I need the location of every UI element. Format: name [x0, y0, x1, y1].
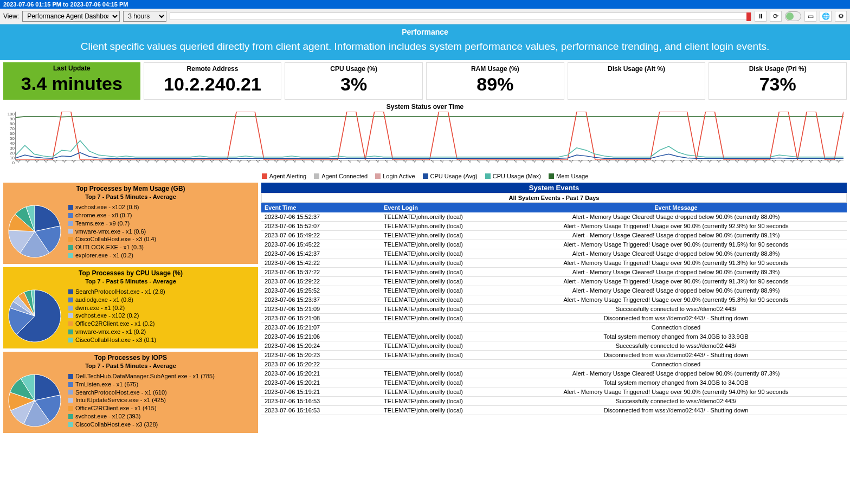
pie-chart	[8, 289, 62, 343]
table-header[interactable]: Event Login	[381, 203, 505, 212]
metric-last-update: Last Update 3.4 minutes	[3, 62, 140, 100]
metric-disk-alt: Disk Usage (Alt %)	[568, 62, 706, 100]
lower-section: Top Processes by Mem Usage (GB) Top 7 - …	[0, 183, 850, 436]
process-item: CiscoCollabHost.exe - x3 (0.4)	[68, 235, 156, 243]
chart-title: System Status over Time	[4, 103, 846, 111]
table-row[interactable]: 2023-07-06 15:19:21TELEMATE\john.oreilly…	[261, 387, 847, 397]
events-table: Event TimeEvent LoginEvent Message 2023-…	[261, 203, 847, 415]
events-subtitle: All System Events - Past 7 Days	[261, 193, 847, 203]
settings-button[interactable]: ⚙	[835, 11, 847, 22]
metric-label: Remote Address	[147, 65, 278, 73]
metric-label: CPU Usage (%)	[288, 65, 419, 73]
metric-label: Disk Usage (Pri %)	[712, 65, 843, 73]
view-select[interactable]: Performance Agent Dashboard	[22, 11, 120, 22]
table-row[interactable]: 2023-07-06 15:20:24TELEMATE\john.oreilly…	[261, 341, 847, 351]
table-row[interactable]: 2023-07-06 15:45:22TELEMATE\john.oreilly…	[261, 240, 847, 249]
table-row[interactable]: 2023-07-06 15:20:21TELEMATE\john.oreilly…	[261, 369, 847, 378]
metric-value: 89%	[430, 74, 561, 95]
toolbar: View: Performance Agent Dashboard 3 hour…	[0, 9, 850, 24]
table-row[interactable]: 2023-07-06 15:21:06TELEMATE\john.oreilly…	[261, 332, 847, 341]
process-item: svchost.exe - x102 (0.2)	[68, 312, 165, 320]
header-banner: Performance Client specific values queri…	[0, 24, 850, 60]
process-item: OfficeC2RClient.exe - x1 (415)	[68, 404, 215, 412]
table-row[interactable]: 2023-07-06 15:25:52TELEMATE\john.oreilly…	[261, 286, 847, 295]
legend-item[interactable]: Agent Alerting	[262, 173, 307, 179]
table-row[interactable]: 2023-07-06 15:29:22TELEMATE\john.oreilly…	[261, 277, 847, 286]
metric-value: 3.4 minutes	[7, 73, 137, 94]
y-axis-labels: 1009080706050403020100	[4, 112, 15, 160]
table-row[interactable]: 2023-07-06 15:20:21TELEMATE\john.oreilly…	[261, 378, 847, 387]
metric-cpu-usage: CPU Usage (%) 3%	[285, 62, 423, 100]
time-slider[interactable]	[170, 12, 751, 20]
metric-ram-usage: RAM Usage (%) 89%	[426, 62, 564, 100]
panel-subtitle: Top 7 - Past 5 Minutes - Average	[8, 193, 254, 200]
metric-value: 73%	[712, 74, 843, 95]
process-item: vmware-vmx.exe - x1 (0.2)	[68, 328, 165, 336]
process-item: Dell.TechHub.DataManager.SubAgent.exe - …	[68, 372, 215, 380]
table-row[interactable]: 2023-07-06 15:49:22TELEMATE\john.oreilly…	[261, 231, 847, 240]
process-item: IntuitUpdateService.exe - x1 (425)	[68, 396, 215, 404]
process-item: svchost.exe - x102 (393)	[68, 412, 215, 421]
metric-label: Disk Usage (Alt %)	[571, 65, 702, 73]
pause-button[interactable]: ⏸	[755, 11, 767, 22]
banner-title: Performance	[11, 28, 839, 36]
table-row[interactable]: 2023-07-06 15:23:37TELEMATE\john.oreilly…	[261, 295, 847, 305]
process-item: audiodg.exe - x1 (0.8)	[68, 296, 165, 304]
metric-label: RAM Usage (%)	[430, 65, 561, 73]
table-row[interactable]: 2023-07-06 15:20:23TELEMATE\john.oreilly…	[261, 351, 847, 360]
table-row[interactable]: 2023-07-06 15:42:37TELEMATE\john.oreilly…	[261, 249, 847, 259]
top-processes-iops: Top Processes by IOPS Top 7 - Past 5 Min…	[3, 352, 258, 433]
metric-disk-pri: Disk Usage (Pri %) 73%	[709, 62, 847, 100]
legend-item[interactable]: Mem Usage	[549, 173, 588, 179]
legend-item[interactable]: CPU Usage (Max)	[485, 173, 541, 179]
process-list: SearchProtocolHost.exe - x1 (2.8)audiodg…	[68, 288, 165, 344]
table-row[interactable]: 2023-07-06 15:37:22TELEMATE\john.oreilly…	[261, 268, 847, 277]
slider-thumb[interactable]	[746, 12, 751, 21]
x-axis-labels: 13:0013:0213:0413:0613:0813:1013:1213:14…	[15, 160, 846, 165]
lock-toggle[interactable]	[785, 11, 801, 21]
table-row[interactable]: 2023-07-06 15:21:08TELEMATE\john.oreilly…	[261, 314, 847, 323]
panel-title: Top Processes by Mem Usage (GB)	[8, 185, 254, 192]
process-item: explorer.exe - x1 (0.2)	[68, 251, 156, 260]
events-column: System Events All System Events - Past 7…	[261, 183, 847, 433]
legend-item[interactable]: CPU Usage (Avg)	[423, 173, 478, 179]
metric-remote-address: Remote Address 10.2.240.21	[144, 62, 282, 100]
metrics-row: Last Update 3.4 minutes Remote Address 1…	[0, 60, 850, 102]
globe-button[interactable]: 🌐	[820, 11, 832, 22]
view-label: View:	[3, 12, 19, 20]
banner-description: Client specific values queried directly …	[11, 41, 839, 53]
process-item: CiscoCollabHost.exe - x3 (328)	[68, 421, 215, 429]
table-row[interactable]: 2023-07-06 15:21:09TELEMATE\john.oreilly…	[261, 305, 847, 314]
panel-title: Top Processes by IOPS	[8, 354, 254, 361]
process-item: CiscoCollabHost.exe - x3 (0.1)	[68, 336, 165, 344]
table-row[interactable]: 2023-07-06 15:20:22Connection closed	[261, 360, 847, 369]
window-icon: ▭	[808, 12, 814, 20]
legend-item[interactable]: Login Active	[375, 173, 415, 179]
chart-area: 1009080706050403020100	[15, 112, 843, 160]
table-header[interactable]: Event Time	[261, 203, 381, 212]
process-item: SearchProtocolHost.exe - x1 (610)	[68, 389, 215, 397]
metric-value: 10.2.240.21	[147, 74, 278, 95]
chart-legend: Agent AlertingAgent ConnectedLogin Activ…	[4, 173, 846, 179]
process-item: chrome.exe - x8 (0.7)	[68, 211, 156, 219]
table-row[interactable]: 2023-07-06 15:16:53TELEMATE\john.oreilly…	[261, 406, 847, 415]
top-processes-mem: Top Processes by Mem Usage (GB) Top 7 - …	[3, 183, 258, 264]
table-row[interactable]: 2023-07-06 15:16:53TELEMATE\john.oreilly…	[261, 397, 847, 406]
window-button[interactable]: ▭	[804, 11, 816, 22]
time-range-select[interactable]: 3 hours	[123, 11, 166, 22]
processes-column: Top Processes by Mem Usage (GB) Top 7 - …	[3, 183, 258, 433]
pause-icon: ⏸	[757, 12, 764, 20]
table-header[interactable]: Event Message	[505, 203, 847, 212]
process-item: TmListen.exe - x1 (675)	[68, 380, 215, 389]
pie-chart	[8, 204, 62, 259]
table-row[interactable]: 2023-07-06 15:42:22TELEMATE\john.oreilly…	[261, 259, 847, 268]
refresh-button[interactable]: ⟳	[770, 11, 782, 22]
table-row[interactable]: 2023-07-06 15:21:07Connection closed	[261, 323, 847, 332]
table-row[interactable]: 2023-07-06 15:52:37TELEMATE\john.oreilly…	[261, 212, 847, 222]
table-row[interactable]: 2023-07-06 15:52:07TELEMATE\john.oreilly…	[261, 222, 847, 231]
process-item: svchost.exe - x102 (0.8)	[68, 203, 156, 211]
process-item: SearchProtocolHost.exe - x1 (2.8)	[68, 288, 165, 296]
legend-item[interactable]: Agent Connected	[314, 173, 368, 179]
panel-title: Top Processes by CPU Usage (%)	[8, 269, 254, 277]
panel-subtitle: Top 7 - Past 5 Minutes - Average	[8, 278, 254, 285]
